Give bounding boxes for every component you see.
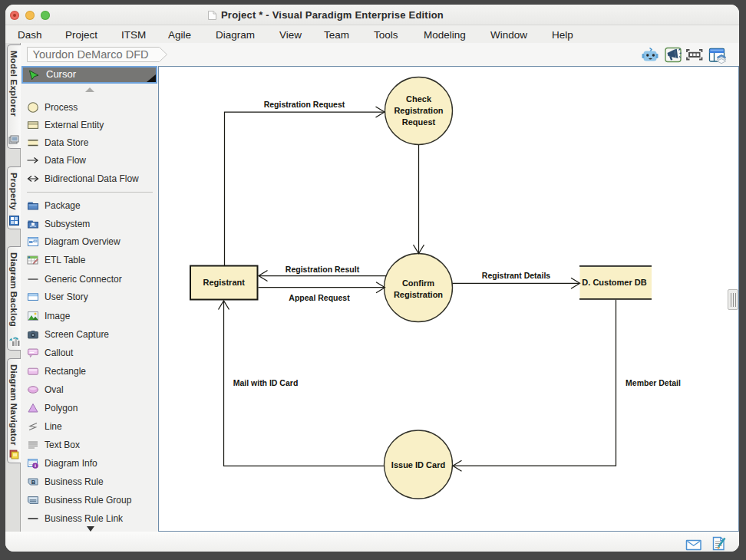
svg-text:Registrant Details: Registrant Details — [482, 271, 550, 280]
svg-text:Registration Request: Registration Request — [264, 100, 345, 109]
svg-text:Check: Check — [406, 94, 432, 104]
svg-text:Yourdon DeMarco DFD: Yourdon DeMarco DFD — [33, 48, 149, 61]
svg-text:Member Detail: Member Detail — [626, 378, 681, 387]
svg-text:i: i — [35, 463, 36, 468]
svg-text:Request: Request — [402, 117, 436, 127]
svg-text:Confirm: Confirm — [402, 278, 434, 288]
svg-text:Registration: Registration — [394, 290, 443, 299]
svg-text:Registration Result: Registration Result — [286, 265, 360, 274]
svg-text:D. Customer DB: D. Customer DB — [582, 278, 646, 287]
svg-text:B: B — [31, 479, 36, 486]
svg-text:Mail with ID Card: Mail with ID Card — [233, 378, 299, 387]
svg-text:Registrant: Registrant — [203, 278, 245, 287]
svg-text:Appeal Request: Appeal Request — [289, 293, 350, 302]
svg-text:Registration: Registration — [394, 106, 443, 115]
svg-text:Issue ID Card: Issue ID Card — [391, 460, 445, 469]
